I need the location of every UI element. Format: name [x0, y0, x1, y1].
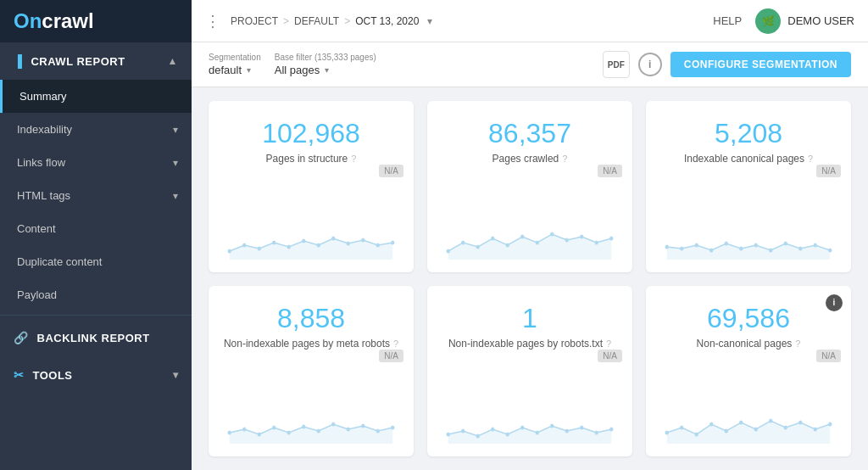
- svg-marker-13: [448, 234, 612, 260]
- svg-point-60: [550, 424, 554, 428]
- info-button[interactable]: i: [638, 53, 662, 76]
- svg-point-24: [595, 240, 598, 244]
- sidebar-item-indexability[interactable]: Indexability ▾: [0, 113, 192, 146]
- svg-point-23: [580, 234, 583, 238]
- card-label-non-indexable-meta: Non-indexable pages by meta robots ?: [224, 338, 398, 350]
- logo: Oncrawl: [0, 0, 192, 42]
- svg-point-38: [828, 248, 832, 252]
- filter-bar: Segmentation default ▾ Base filter (135,…: [192, 42, 868, 87]
- svg-point-43: [272, 426, 275, 430]
- menu-dots-icon[interactable]: ⋮: [205, 12, 220, 31]
- base-filter-arrow-icon: ▾: [325, 65, 329, 75]
- sidebar-item-summary[interactable]: Summary: [0, 80, 192, 113]
- svg-point-3: [258, 246, 261, 250]
- avatar: 🌿: [755, 8, 781, 34]
- svg-point-17: [491, 236, 494, 240]
- sidebar-item-links-flow[interactable]: Links flow ▾: [0, 146, 192, 179]
- svg-point-57: [506, 433, 509, 437]
- card-help-icon-non-indexable-meta[interactable]: ?: [393, 339, 398, 349]
- svg-point-50: [376, 429, 380, 434]
- base-filter-value: All pages: [275, 64, 320, 76]
- svg-point-16: [476, 244, 480, 249]
- sidebar-item-html-tags-label: HTML tags: [17, 189, 70, 202]
- tools-header[interactable]: ✂ TOOLS ▾: [0, 356, 192, 394]
- card-pages-crawled: 86,357 Pages crawled ? N/A: [427, 101, 632, 272]
- breadcrumb-default[interactable]: DEFAULT: [294, 15, 339, 27]
- card-help-icon-pages-crawled[interactable]: ?: [562, 154, 567, 164]
- card-sparkline-pages-crawled: [441, 213, 619, 260]
- sidebar-item-content[interactable]: Content: [0, 212, 192, 245]
- user-menu[interactable]: 🌿 DEMO USER: [755, 8, 854, 34]
- configure-segmentation-button[interactable]: CONFIGURE SEGMENTATION: [670, 52, 851, 77]
- cards-grid: 102,968 Pages in structure ? N/A86,357 P…: [192, 87, 868, 470]
- svg-point-55: [476, 434, 480, 439]
- card-label-non-indexable-robots: Non-indexable pages by robots.txt ?: [448, 338, 611, 350]
- svg-point-4: [272, 240, 275, 244]
- user-name: DEMO USER: [787, 14, 854, 27]
- card-help-icon-indexable-canonical[interactable]: ?: [808, 154, 813, 164]
- svg-point-67: [680, 426, 683, 430]
- svg-point-61: [565, 429, 569, 434]
- svg-point-77: [828, 422, 832, 427]
- card-na-badge-non-indexable-meta: N/A: [379, 350, 403, 362]
- svg-point-45: [302, 425, 305, 429]
- svg-point-6: [302, 238, 305, 243]
- svg-point-71: [739, 421, 743, 425]
- card-non-canonical: i69,586 Non-canonical pages ? N/A: [646, 286, 851, 457]
- card-help-icon-non-indexable-robots[interactable]: ?: [606, 339, 611, 349]
- breadcrumb-project: PROJECT: [231, 15, 278, 27]
- sidebar: ▐ CRAWL REPORT ▲ Summary Indexability ▾ …: [0, 42, 192, 470]
- card-help-icon-pages-in-structure[interactable]: ?: [351, 154, 356, 164]
- svg-point-36: [798, 246, 802, 250]
- svg-point-32: [739, 246, 743, 250]
- svg-point-62: [580, 426, 583, 430]
- base-filter-select[interactable]: All pages ▾: [275, 64, 376, 76]
- segmentation-select[interactable]: default ▾: [209, 64, 261, 76]
- help-link[interactable]: HELP: [713, 14, 742, 27]
- sidebar-item-html-tags[interactable]: HTML tags ▾: [0, 179, 192, 212]
- card-chart-pages-in-structure: [222, 213, 400, 264]
- sidebar-item-duplicate-content[interactable]: Duplicate content: [0, 245, 192, 278]
- segmentation-label: Segmentation: [209, 53, 261, 62]
- svg-point-14: [447, 249, 450, 253]
- card-info-icon[interactable]: i: [826, 294, 843, 311]
- html-tags-chevron-icon: ▾: [173, 190, 178, 202]
- svg-point-72: [754, 428, 758, 432]
- svg-point-12: [391, 240, 394, 244]
- card-chart-pages-crawled: [441, 213, 619, 264]
- breadcrumb-date[interactable]: OCT 13, 2020: [355, 15, 419, 27]
- svg-point-76: [814, 428, 817, 432]
- card-sparkline-non-indexable-robots: [441, 397, 619, 444]
- pdf-button[interactable]: PDF: [603, 51, 630, 78]
- backlink-report-header[interactable]: 🔗 BACKLINK REPORT: [0, 319, 192, 356]
- svg-point-33: [754, 243, 758, 247]
- tools-icon: ✂: [14, 368, 25, 382]
- card-sparkline-non-indexable-meta: [222, 397, 400, 444]
- card-help-icon-non-canonical[interactable]: ?: [795, 339, 800, 349]
- sidebar-item-payload[interactable]: Payload: [0, 278, 192, 311]
- segmentation-arrow-icon: ▾: [247, 65, 251, 75]
- crawl-report-chevron: ▲: [168, 55, 178, 67]
- bar-chart-icon: ▐: [14, 54, 22, 68]
- logo-crawl: crawl: [42, 9, 93, 33]
- card-label-non-canonical: Non-canonical pages ?: [697, 338, 801, 350]
- svg-point-53: [447, 433, 450, 437]
- sidebar-item-summary-label: Summary: [19, 90, 67, 103]
- breadcrumb-sep1: >: [283, 15, 289, 27]
- base-filter-label: Base filter (135,333 pages): [275, 53, 376, 62]
- card-value-pages-in-structure: 102,968: [262, 118, 360, 149]
- links-flow-chevron-icon: ▾: [173, 157, 178, 169]
- svg-point-18: [506, 243, 509, 247]
- card-na-badge-pages-in-structure: N/A: [379, 165, 403, 177]
- card-na-badge-indexable-canonical: N/A: [816, 165, 841, 177]
- svg-point-10: [361, 238, 364, 242]
- svg-point-35: [784, 241, 787, 245]
- svg-point-69: [709, 422, 713, 427]
- sidebar-item-content-label: Content: [17, 222, 56, 235]
- svg-point-63: [595, 431, 598, 435]
- chevron-down-icon[interactable]: ▾: [427, 15, 432, 27]
- card-label-indexable-canonical: Indexable canonical pages ?: [684, 153, 813, 165]
- card-label-pages-in-structure: Pages in structure ?: [266, 153, 357, 165]
- crawl-report-header[interactable]: ▐ CRAWL REPORT ▲: [0, 42, 192, 80]
- card-sparkline-non-canonical: [659, 397, 837, 444]
